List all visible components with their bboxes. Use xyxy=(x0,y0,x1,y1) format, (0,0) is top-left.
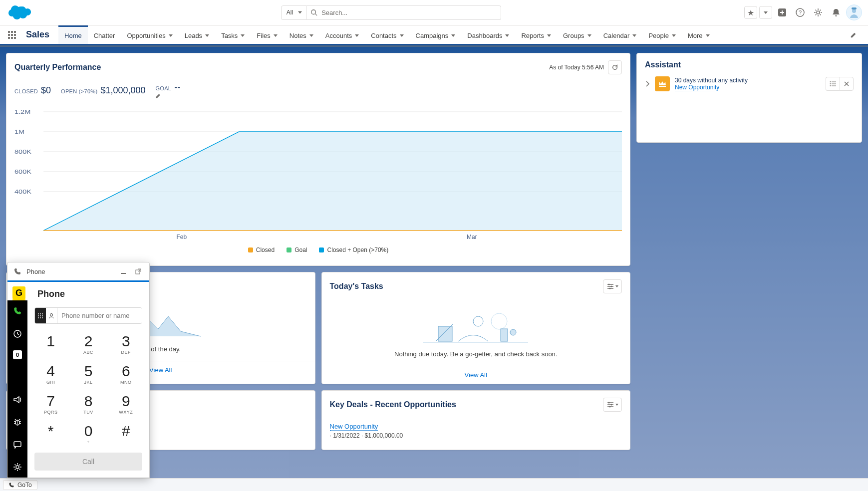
phone-number-input[interactable] xyxy=(57,308,142,323)
chevron-right-icon[interactable] xyxy=(645,80,650,87)
phone-history-tab-icon[interactable] xyxy=(7,327,27,340)
help-icon[interactable]: ? xyxy=(792,4,808,20)
keypad-key-1[interactable]: 1 xyxy=(34,332,67,357)
deals-title: Key Deals - Recent Opportunities xyxy=(330,400,456,409)
app-launcher-icon[interactable] xyxy=(6,25,21,44)
nav-item-campaigns[interactable]: Campaigns xyxy=(410,25,462,44)
chevron-down-icon[interactable] xyxy=(205,34,209,37)
chevron-down-icon[interactable] xyxy=(505,34,509,37)
phone-announce-icon[interactable] xyxy=(7,394,27,406)
refresh-button[interactable] xyxy=(608,60,622,74)
nav-item-groups[interactable]: Groups xyxy=(557,25,597,44)
notifications-bell-icon[interactable] xyxy=(828,4,844,20)
minimize-icon[interactable] xyxy=(118,268,128,274)
keypad-key-2[interactable]: 2ABC xyxy=(72,332,104,357)
svg-point-23 xyxy=(608,284,609,285)
chevron-down-icon[interactable] xyxy=(587,34,591,37)
call-button[interactable]: Call xyxy=(34,453,142,471)
nav-item-reports[interactable]: Reports xyxy=(515,25,557,44)
nav-item-chatter[interactable]: Chatter xyxy=(88,25,121,44)
deal-link[interactable]: New Opportunity xyxy=(330,423,378,431)
keypad-key-4[interactable]: 4GHI xyxy=(34,362,67,387)
phone-input-wrapper xyxy=(34,307,142,324)
chevron-down-icon[interactable] xyxy=(400,34,404,37)
dialpad-toggle-icon[interactable] xyxy=(35,308,46,323)
phone-icon-small xyxy=(8,482,14,488)
keypad-key-9[interactable]: 9WXYZ xyxy=(110,392,142,417)
nav-item-people[interactable]: People xyxy=(642,25,681,44)
chevron-down-icon[interactable] xyxy=(672,34,676,37)
phone-settings-gear-icon[interactable] xyxy=(7,461,27,474)
svg-text:600K: 600K xyxy=(14,169,31,175)
utility-goto-button[interactable]: GoTo xyxy=(3,480,37,490)
favorites-dropdown-icon[interactable] xyxy=(759,6,772,19)
svg-point-56 xyxy=(40,315,41,316)
chevron-down-icon[interactable] xyxy=(169,34,173,37)
nav-item-tasks[interactable]: Tasks xyxy=(215,25,251,44)
tasks-view-all-link[interactable]: View All xyxy=(465,371,487,379)
nav-item-accounts[interactable]: Accounts xyxy=(319,25,365,44)
events-view-all-link[interactable]: View All xyxy=(149,366,172,374)
phone-voicemail-badge[interactable]: 0 xyxy=(13,350,22,359)
legend-item: Closed xyxy=(248,246,275,253)
nav-item-home[interactable]: Home xyxy=(58,25,88,44)
deals-settings-button[interactable] xyxy=(603,398,622,412)
user-avatar[interactable] xyxy=(846,4,862,20)
svg-point-60 xyxy=(42,317,43,318)
favorites-star-icon[interactable]: ★ xyxy=(744,6,757,19)
global-add-icon[interactable] xyxy=(774,4,790,20)
legend-item: Closed + Open (>70%) xyxy=(319,246,388,253)
nav-item-opportunities[interactable]: Opportunities xyxy=(121,25,178,44)
chevron-down-icon[interactable] xyxy=(451,34,455,37)
popout-icon[interactable] xyxy=(133,268,143,274)
nav-item-more[interactable]: More xyxy=(682,25,716,44)
svg-point-52 xyxy=(38,313,39,314)
crown-icon xyxy=(655,76,670,91)
nav-item-dashboards[interactable]: Dashboards xyxy=(461,25,515,44)
nav-item-files[interactable]: Files xyxy=(251,25,283,44)
keypad-key-6[interactable]: 6MNO xyxy=(110,362,142,387)
quarterly-performance-card: Quarterly Performance As of Today 5:56 A… xyxy=(6,53,630,266)
keypad-key-5[interactable]: 5JKL xyxy=(72,362,104,387)
keypad-key-3[interactable]: 3DEF xyxy=(110,332,142,357)
chevron-down-icon[interactable] xyxy=(547,34,551,37)
chevron-down-icon[interactable] xyxy=(309,34,313,37)
nav-item-notes[interactable]: Notes xyxy=(284,25,319,44)
perf-chart: 1.2M 1M 800K 600K 400K xyxy=(6,105,630,265)
phone-bug-icon[interactable] xyxy=(7,416,27,429)
svg-rect-8 xyxy=(852,7,857,9)
edit-goal-pencil-icon[interactable] xyxy=(155,93,182,99)
chevron-down-icon[interactable] xyxy=(274,34,278,37)
svg-point-5 xyxy=(817,11,820,14)
svg-point-29 xyxy=(491,313,507,329)
chevron-down-icon[interactable] xyxy=(241,34,245,37)
phone-dial-tab-icon[interactable] xyxy=(7,304,27,317)
svg-rect-50 xyxy=(14,442,21,447)
keypad-key-*[interactable]: * xyxy=(34,422,67,447)
nav-item-calendar[interactable]: Calendar xyxy=(597,25,643,44)
chevron-down-icon[interactable] xyxy=(355,34,359,37)
todays-tasks-card: Today's Tasks Nothing due today. Be a go… xyxy=(321,272,631,384)
assistant-checklist-icon[interactable] xyxy=(826,77,840,91)
nav-item-leads[interactable]: Leads xyxy=(179,25,215,44)
phone-content: 12ABC3DEF4GHI5JKL6MNO7PQRS8TUV9WXYZ*0+# … xyxy=(7,303,149,478)
search-input[interactable] xyxy=(306,5,501,20)
svg-point-38 xyxy=(609,406,610,408)
setup-gear-icon[interactable] xyxy=(810,4,826,20)
chevron-down-icon[interactable] xyxy=(632,34,636,37)
nav-item-contacts[interactable]: Contacts xyxy=(365,25,409,44)
tasks-settings-button[interactable] xyxy=(603,279,622,293)
keypad-key-8[interactable]: 8TUV xyxy=(72,392,104,417)
assistant-dismiss-icon[interactable] xyxy=(840,77,854,91)
keypad-key-7[interactable]: 7PQRS xyxy=(34,392,67,417)
keypad-key-0[interactable]: 0+ xyxy=(72,422,104,447)
search-scope-dropdown[interactable]: All xyxy=(281,5,306,20)
edit-nav-pencil-icon[interactable] xyxy=(845,25,862,44)
global-header: All ★ ? xyxy=(0,0,868,25)
chevron-down-icon[interactable] xyxy=(706,34,710,37)
phone-feedback-icon[interactable] xyxy=(7,439,27,451)
assistant-item-link[interactable]: New Opportunity xyxy=(675,84,719,91)
contacts-toggle-icon[interactable] xyxy=(46,308,57,323)
svg-point-59 xyxy=(40,317,41,318)
keypad-key-#[interactable]: # xyxy=(110,422,142,447)
